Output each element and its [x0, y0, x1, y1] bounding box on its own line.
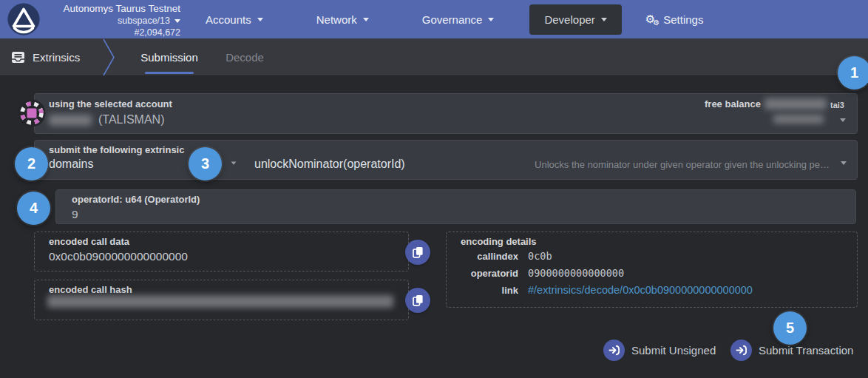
- menu-item-governance[interactable]: Governance: [410, 7, 506, 32]
- free-balance-label: free balance: [705, 98, 761, 109]
- operatorid-value: 0900000000000000: [528, 267, 753, 279]
- extrinsics-page: Autonomys Taurus Testnet subspace/13 #2,…: [0, 0, 868, 378]
- callindex-value: 0c0b: [528, 250, 753, 262]
- main-menu: Accounts Network Governance Developer ⚙⚙…: [194, 0, 715, 38]
- operator-id-label: operatorId: u64 (OperatorId): [72, 194, 200, 205]
- account-identicon: [18, 99, 46, 127]
- tab-decode[interactable]: Decode: [222, 38, 268, 76]
- pallet-chevron-icon[interactable]: [231, 161, 237, 164]
- extrinsics-envelope-icon: [11, 51, 25, 64]
- section-label: Extrinsics: [33, 51, 80, 64]
- copy-call-data-button[interactable]: [405, 240, 430, 265]
- pallet-select[interactable]: domains: [49, 158, 93, 171]
- sub-nav-bar: Extrinsics Submission Decode: [0, 38, 868, 76]
- callindex-label: callindex: [461, 251, 518, 262]
- method-chevron-icon[interactable]: [841, 161, 847, 165]
- submit-unsigned-button[interactable]: Submit Unsigned: [603, 340, 716, 361]
- account-select-label: using the selected account: [49, 98, 172, 109]
- encoded-call-data-label: encoded call data: [49, 236, 129, 247]
- account-name-suffix: (TALISMAN): [98, 113, 164, 126]
- chevron-down-icon: [363, 18, 369, 21]
- autonomys-logo-icon[interactable]: [7, 3, 40, 36]
- chain-info: Autonomys Taurus Testnet subspace/13 #2,…: [47, 3, 180, 38]
- encoded-call-hash-redacted: [47, 295, 393, 308]
- balance-unit: tai3: [830, 101, 844, 109]
- tab-submission[interactable]: Submission: [138, 38, 201, 76]
- menu-item-settings[interactable]: ⚙⚙ Settings: [634, 7, 716, 33]
- copy-call-hash-button[interactable]: [405, 288, 430, 313]
- chain-name: subspace/13: [118, 16, 170, 27]
- annotation-marker-5: 5: [773, 311, 807, 345]
- sign-in-icon: [603, 340, 625, 361]
- block-number: #2,094,672: [47, 27, 180, 39]
- link-label: link: [461, 285, 518, 296]
- network-name: Autonomys Taurus Testnet: [47, 3, 180, 16]
- extrinsic-label: submit the following extrinsic: [49, 144, 184, 155]
- top-nav-bar: Autonomys Taurus Testnet subspace/13 #2,…: [0, 0, 868, 38]
- selected-account[interactable]: (TALISMAN): [49, 113, 164, 126]
- free-balance-value-redacted: [764, 98, 827, 109]
- balance-secondary-redacted: [773, 115, 824, 124]
- chevron-down-icon: [174, 19, 180, 23]
- chevron-down-icon: [257, 18, 263, 21]
- account-name-redacted: [49, 115, 92, 126]
- method-select[interactable]: unlockNominator(operatorId): [254, 158, 405, 171]
- encoding-details-grid: callindex 0c0b operatorid 09000000000000…: [461, 250, 753, 296]
- copy-icon: [413, 246, 424, 258]
- breadcrumb-chevron-icon: [102, 38, 117, 76]
- menu-item-network[interactable]: Network: [305, 7, 381, 32]
- sign-in-icon: [730, 340, 752, 361]
- operatorid-label: operatorid: [461, 268, 518, 279]
- chevron-down-icon: [601, 18, 607, 21]
- chevron-down-icon: [488, 18, 494, 21]
- account-dropdown-chevron-icon[interactable]: [840, 118, 846, 122]
- menu-item-accounts[interactable]: Accounts: [194, 7, 275, 32]
- annotation-marker-4: 4: [17, 192, 50, 225]
- method-description: Unlocks the nominator under given operat…: [535, 159, 830, 170]
- settings-gears-icon: ⚙⚙: [645, 13, 657, 27]
- menu-item-developer[interactable]: Developer: [529, 4, 621, 35]
- encoded-call-hash-label: encoded call hash: [49, 284, 132, 295]
- encoding-details-title: encoding details: [461, 236, 537, 247]
- operator-id-value[interactable]: 9: [72, 208, 78, 221]
- copy-icon: [413, 294, 424, 306]
- encoded-call-data-value: 0x0c0b0900000000000000: [49, 250, 188, 263]
- section-extrinsics: Extrinsics: [11, 38, 80, 76]
- decode-link[interactable]: #/extrinsics/decode/0x0c0b09000000000000…: [528, 284, 753, 296]
- annotation-marker-3: 3: [189, 147, 222, 180]
- chain-selector[interactable]: subspace/13: [47, 16, 180, 27]
- annotation-marker-2: 2: [15, 147, 48, 180]
- annotation-marker-1: 1: [838, 56, 868, 90]
